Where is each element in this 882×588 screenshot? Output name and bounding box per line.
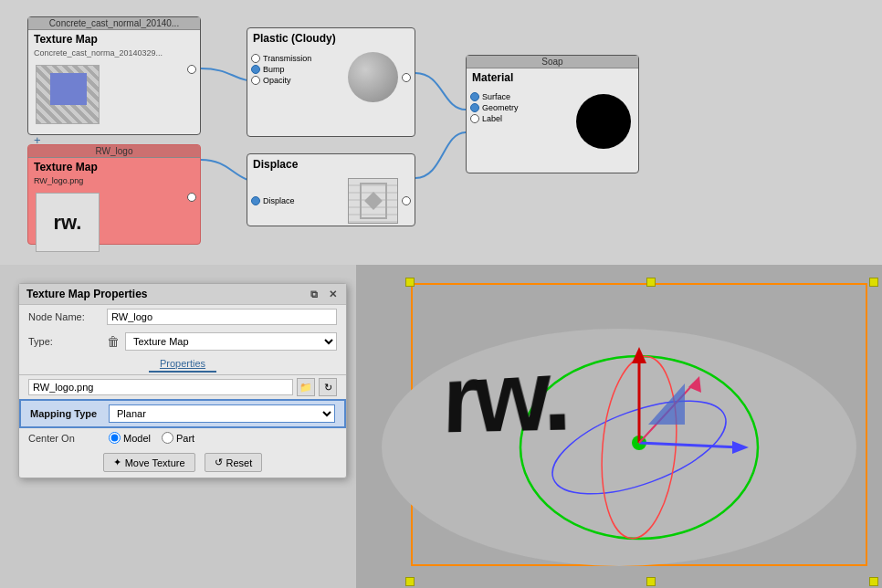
node-material-preview: [576, 94, 631, 149]
port-geometry-label: Geometry: [482, 103, 519, 112]
node-displace-preview: [348, 178, 398, 224]
center-on-row: Center On Model Part: [19, 428, 346, 447]
gizmo-svg: [356, 265, 882, 588]
panel-titlebar: Texture Map Properties ⧉ ✕: [19, 284, 346, 305]
node-texture2-sub: RW_logo.png: [28, 176, 200, 185]
panel-titlebar-icons: ⧉ ✕: [308, 288, 339, 300]
node-texture2-header: Texture Map: [28, 158, 200, 176]
radio-model[interactable]: Model: [109, 432, 151, 444]
node-texture2[interactable]: RW_logo Texture Map RW_logo.png rw. +: [27, 144, 201, 245]
svg-line-7: [639, 443, 740, 447]
file-row: 📁 ↻: [19, 375, 346, 399]
port-plastic-out[interactable]: [402, 73, 411, 82]
port-displace-out[interactable]: [402, 196, 411, 205]
svg-marker-6: [632, 347, 646, 363]
handle-tr[interactable]: [869, 278, 878, 287]
svg-point-3: [594, 353, 683, 541]
move-texture-label: Move Texture: [125, 457, 185, 468]
node-texture1-header: Texture Map: [28, 30, 200, 48]
reset-label: Reset: [226, 457, 253, 468]
node-plastic-sphere: [348, 52, 398, 102]
reset-icon: ↺: [215, 457, 223, 468]
handle-bl[interactable]: [405, 577, 415, 586]
node-graph: Concrete_cast_normal_20140... Texture Ma…: [0, 0, 882, 265]
mapping-type-label: Mapping Type: [30, 408, 103, 419]
node-material-header: Material: [467, 68, 638, 87]
radio-group: Model Part: [109, 432, 194, 444]
handle-bm[interactable]: [646, 577, 656, 586]
node-plastic-title: Plastic (Cloudy): [247, 28, 415, 48]
refresh-button[interactable]: ↻: [319, 378, 337, 396]
node-material-title: Soap: [467, 56, 638, 68]
radio-part[interactable]: Part: [162, 432, 194, 444]
port-opacity[interactable]: [251, 76, 260, 85]
handle-br[interactable]: [869, 577, 878, 586]
move-texture-icon: ✦: [113, 457, 121, 468]
panel-close-icon[interactable]: ✕: [326, 288, 339, 300]
port-label[interactable]: [470, 114, 479, 123]
panel-copy-icon[interactable]: ⧉: [308, 288, 320, 300]
node-texture2-add[interactable]: +: [28, 259, 200, 265]
port-surface-label: Surface: [482, 92, 510, 101]
type-label: Type:: [28, 336, 101, 347]
move-texture-button[interactable]: ✦ Move Texture: [103, 453, 195, 472]
radio-part-label: Part: [176, 433, 194, 444]
node-texture2-port-out[interactable]: [187, 193, 196, 202]
radio-model-label: Model: [123, 433, 151, 444]
node-displace-title: Displace: [247, 154, 415, 174]
mapping-type-row: Mapping Type Planar Spherical Cylindrica…: [19, 399, 346, 428]
node-texture1-port-out[interactable]: [187, 65, 196, 74]
mapping-type-select[interactable]: Planar Spherical Cylindrical UV: [109, 404, 335, 423]
port-label-text: Label: [482, 114, 502, 123]
port-displace-label: Displace: [263, 196, 295, 205]
center-on-label: Center On: [28, 433, 101, 444]
viewport: rw.: [356, 265, 882, 588]
svg-marker-11: [648, 383, 685, 425]
node-texture2-title: RW_logo: [28, 145, 200, 158]
svg-marker-10: [688, 376, 701, 393]
handle-tl[interactable]: [405, 278, 415, 287]
ellipse-svg: [356, 265, 882, 588]
node-texture1-title: Concrete_cast_normal_20140...: [28, 17, 200, 30]
port-bump-label: Bump: [263, 65, 285, 74]
type-select[interactable]: Texture Map: [125, 332, 337, 351]
node-texture2-preview: rw.: [36, 193, 100, 252]
viewport-inner: rw.: [356, 265, 882, 588]
port-bump[interactable]: [251, 65, 260, 74]
browse-button[interactable]: 📁: [297, 378, 315, 396]
node-displace[interactable]: Displace Displace: [247, 153, 415, 226]
node-plastic[interactable]: Plastic (Cloudy) Transmission Bump Opaci…: [247, 27, 415, 137]
node-texture1-sub: Concrete_cast_norma_20140329...: [28, 48, 200, 58]
radio-model-input[interactable]: [109, 432, 121, 444]
properties-panel: Texture Map Properties ⧉ ✕ Node Name: Ty…: [18, 283, 347, 478]
panel-title: Texture Map Properties: [26, 288, 147, 300]
node-plastic-port-bump: Bump: [251, 65, 344, 74]
node-name-label: Node Name:: [28, 311, 101, 322]
node-texture1-preview: [36, 65, 100, 124]
rw-logo: rw.: [442, 335, 569, 455]
properties-tab[interactable]: Properties: [149, 356, 216, 373]
port-opacity-label: Opacity: [263, 76, 291, 85]
node-texture1[interactable]: Concrete_cast_normal_20140... Texture Ma…: [27, 16, 201, 135]
svg-point-2: [541, 382, 737, 513]
buttons-row: ✦ Move Texture ↺ Reset: [19, 447, 346, 478]
node-name-input[interactable]: [107, 309, 337, 325]
handle-tm[interactable]: [646, 278, 656, 287]
tab-row: Properties: [19, 354, 346, 375]
svg-point-4: [632, 436, 646, 450]
port-surface[interactable]: [470, 92, 479, 101]
reset-button[interactable]: ↺ Reset: [205, 453, 263, 472]
svg-line-9: [639, 383, 694, 443]
delete-icon[interactable]: 🗑: [107, 334, 120, 349]
port-transmission[interactable]: [251, 54, 260, 63]
node-plastic-port-transmission: Transmission: [251, 54, 344, 63]
port-displace-in[interactable]: [251, 196, 260, 205]
node-plastic-port-opacity: Opacity: [251, 76, 344, 85]
node-material[interactable]: Soap Material Surface Geometry Label: [466, 55, 639, 173]
node-name-row: Node Name:: [19, 305, 346, 329]
port-geometry[interactable]: [470, 103, 479, 112]
type-row: Type: 🗑 Texture Map: [19, 329, 346, 354]
radio-part-input[interactable]: [162, 432, 173, 444]
svg-marker-8: [732, 441, 749, 454]
file-input[interactable]: [28, 379, 293, 395]
